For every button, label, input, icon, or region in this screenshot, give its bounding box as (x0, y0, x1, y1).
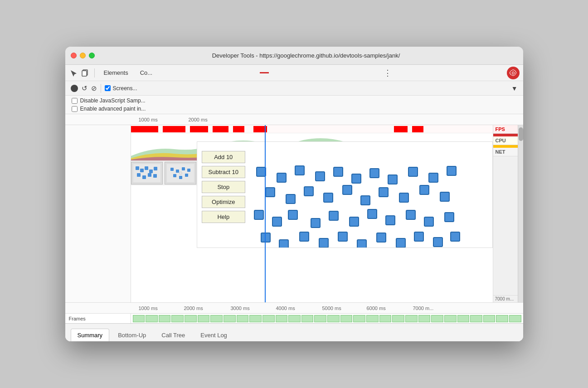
fps-red-3 (190, 126, 208, 132)
right-panel: FPS CPU NET 7000 m... (493, 125, 518, 302)
blue-sq (277, 173, 287, 183)
svg-rect-16 (182, 167, 185, 170)
frame-6 (198, 315, 210, 322)
record-toolbar: ↺ ⊘ Screens... ▼ (65, 81, 523, 96)
screenshot-0[interactable] (131, 162, 163, 184)
screenshots-checkbox[interactable] (105, 85, 111, 91)
cursor-icon[interactable] (69, 68, 78, 78)
blue-sq (254, 210, 264, 220)
tab-bottom-up[interactable]: Bottom-Up (111, 329, 153, 341)
blue-sq (319, 238, 329, 248)
frame-21 (392, 315, 404, 322)
blue-sq (399, 193, 409, 203)
blue-sq (379, 187, 389, 197)
chevron-down-icon[interactable]: ▼ (511, 85, 518, 92)
add-10-button[interactable]: Add 10 (202, 151, 246, 163)
traffic-lights (71, 53, 95, 58)
copy-icon[interactable] (81, 68, 90, 78)
blue-sq (272, 217, 282, 227)
window-title: Developer Tools - https://googlechrome.g… (95, 52, 518, 59)
blue-sq (299, 232, 309, 242)
blue-sq (357, 239, 367, 248)
scrollbar-thumb[interactable] (519, 127, 523, 141)
fps-red-8 (412, 126, 423, 132)
blue-sq (406, 210, 416, 220)
svg-rect-19 (179, 176, 182, 179)
blue-sq (440, 192, 450, 202)
svg-rect-7 (154, 167, 157, 170)
frame-11 (262, 315, 275, 322)
tab-event-log[interactable]: Event Log (194, 329, 234, 341)
blue-squares-container: ↖ (197, 165, 492, 247)
tab-elements[interactable]: Elements (99, 68, 133, 78)
screenshots-checkbox-label[interactable]: Screens... (105, 85, 137, 92)
maximize-button[interactable] (89, 53, 95, 58)
blue-sq (279, 239, 289, 248)
enable-paint-label: Enable advanced paint in... (80, 106, 146, 112)
svg-rect-18 (173, 174, 176, 177)
frame-24 (431, 315, 443, 322)
blue-sq (295, 165, 305, 175)
blue-sq (265, 187, 275, 197)
svg-rect-15 (176, 170, 179, 173)
blue-sq (388, 175, 398, 184)
main-timeline[interactable]: ◌ (131, 125, 493, 302)
svg-rect-6 (149, 170, 153, 173)
frame-10 (249, 315, 262, 322)
svg-rect-17 (187, 169, 190, 172)
svg-rect-5 (145, 166, 148, 170)
blue-sq (342, 185, 352, 195)
tab-summary[interactable]: Summary (71, 329, 110, 341)
blue-sq (323, 193, 333, 203)
minimize-button[interactable] (80, 53, 86, 58)
btick-7000: 7000 m... (413, 306, 434, 311)
frame-1 (133, 315, 145, 322)
frames-content (131, 314, 523, 323)
screenshot-1[interactable]: ◌ (165, 162, 196, 184)
blue-sq (286, 194, 296, 204)
fps-red-1 (131, 126, 158, 132)
frame-17 (340, 315, 353, 322)
blue-sq (369, 168, 379, 178)
frame-28 (483, 315, 496, 322)
blue-sq (419, 185, 429, 195)
more-tabs-button[interactable]: ⋮ (381, 68, 394, 78)
frame-15 (314, 315, 326, 322)
frame-5 (185, 315, 197, 322)
svg-rect-10 (148, 173, 151, 177)
frame-27 (470, 315, 482, 322)
time-7000: 7000 m... (493, 295, 518, 302)
cursor-line (265, 125, 266, 302)
timeline-container: 1000 ms 2000 ms (65, 114, 523, 323)
btick-1000: 1000 ms (139, 306, 158, 311)
page-overlay[interactable]: Add 10 Subtract 10 Stop Optimize Help (197, 141, 493, 248)
rec-divider (101, 84, 101, 93)
enable-paint-row: Enable advanced paint in... (72, 106, 517, 112)
toolbar-divider-1 (94, 68, 95, 78)
disable-js-checkbox[interactable] (72, 98, 78, 104)
reload-button[interactable]: ↺ (82, 84, 87, 92)
record-button[interactable] (71, 85, 78, 92)
settings-button[interactable] (507, 67, 520, 79)
blue-sq (433, 237, 443, 247)
fps-red-2 (163, 126, 185, 132)
enable-paint-checkbox[interactable] (72, 106, 78, 112)
blue-sq (396, 238, 406, 248)
fps-label: FPS (493, 125, 518, 134)
frame-16 (327, 315, 340, 322)
blue-sq (447, 166, 457, 176)
tab-call-tree[interactable]: Call Tree (155, 329, 192, 341)
fps-row (131, 125, 493, 133)
btick-5000: 5000 ms (322, 306, 341, 311)
btick-2000: 2000 ms (184, 306, 203, 311)
disable-js-row: Disable JavaScript Samp... (72, 97, 517, 104)
blue-sq (351, 174, 361, 184)
frame-30 (509, 315, 521, 322)
timeline-scrollbar[interactable] (518, 125, 523, 302)
cancel-button[interactable]: ⊘ (91, 84, 97, 92)
tick-2000: 2000 ms (189, 117, 208, 122)
close-button[interactable] (71, 53, 77, 58)
tab-console[interactable]: Co... (136, 68, 157, 78)
svg-rect-3 (136, 166, 139, 170)
options-bar: Disable JavaScript Samp... Enable advanc… (65, 96, 523, 114)
